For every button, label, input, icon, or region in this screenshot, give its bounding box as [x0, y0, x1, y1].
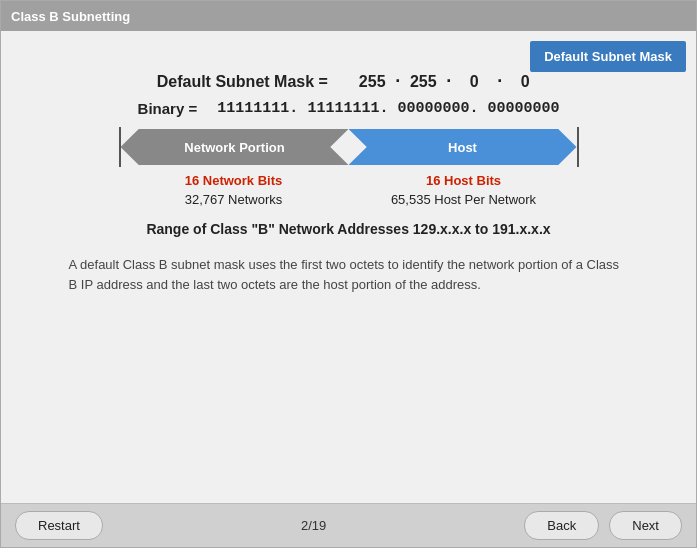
binary-value: 11111111. 11111111. 00000000. 00000000: [217, 100, 559, 117]
binary-sep-1: .: [379, 100, 397, 117]
networks-count: 32,767 Networks: [119, 192, 349, 207]
binary-label: Binary =: [138, 100, 198, 117]
back-button[interactable]: Back: [524, 511, 599, 540]
host-bits-label: 16 Host Bits: [349, 173, 579, 188]
content-area: Default Subnet Mask Default Subnet Mask …: [1, 31, 696, 503]
binary-sep-0: .: [289, 100, 307, 117]
next-button[interactable]: Next: [609, 511, 682, 540]
range-row: Range of Class "B" Network Addresses 129…: [146, 221, 550, 237]
footer: Restart 2/19 Back Next: [1, 503, 696, 547]
dot-1: ·: [446, 71, 451, 92]
window-title: Class B Subnetting: [11, 9, 130, 24]
subnet-mask-row: Default Subnet Mask = 255 · 255 · 0 · 0: [157, 71, 541, 92]
title-bar: Class B Subnetting: [1, 1, 696, 31]
main-content: Default Subnet Mask = 255 · 255 · 0 · 0 …: [21, 71, 676, 493]
arrow-section: Network Portion Host: [119, 127, 579, 167]
binary-row: Binary = 11111111. 11111111. 00000000. 0…: [138, 100, 560, 117]
binary-sep-2: .: [469, 100, 487, 117]
binary-part-0: 11111111: [217, 100, 289, 117]
dot-0: ·: [395, 71, 400, 92]
footer-right: Back Next: [524, 511, 682, 540]
range-text: Range of Class "B" Network Addresses 129…: [146, 221, 550, 237]
window: Class B Subnetting Default Subnet Mask D…: [0, 0, 697, 548]
subnet-val-2: 0: [459, 73, 489, 91]
bits-row: 16 Network Bits 16 Host Bits: [119, 173, 579, 188]
network-bits-label: 16 Network Bits: [119, 173, 349, 188]
subnet-val-1: 255: [408, 73, 438, 91]
binary-part-3: 00000000: [487, 100, 559, 117]
left-vertical-line: [119, 127, 121, 167]
description: A default Class B subnet mask uses the f…: [69, 255, 629, 294]
hosts-count: 65,535 Host Per Network: [349, 192, 579, 207]
subnet-mask-label: Default Subnet Mask =: [157, 73, 328, 91]
right-vertical-line: [577, 127, 579, 167]
network-portion-arrow: Network Portion: [121, 129, 349, 165]
counts-row: 32,767 Networks 65,535 Host Per Network: [119, 192, 579, 207]
restart-button[interactable]: Restart: [15, 511, 103, 540]
binary-part-1: 11111111: [307, 100, 379, 117]
subnet-val-3: 0: [510, 73, 540, 91]
binary-part-2: 00000000: [397, 100, 469, 117]
default-subnet-mask-button[interactable]: Default Subnet Mask: [530, 41, 686, 72]
dot-2: ·: [497, 71, 502, 92]
subnet-val-0: 255: [357, 73, 387, 91]
page-indicator: 2/19: [301, 518, 326, 533]
host-arrow: Host: [349, 129, 577, 165]
